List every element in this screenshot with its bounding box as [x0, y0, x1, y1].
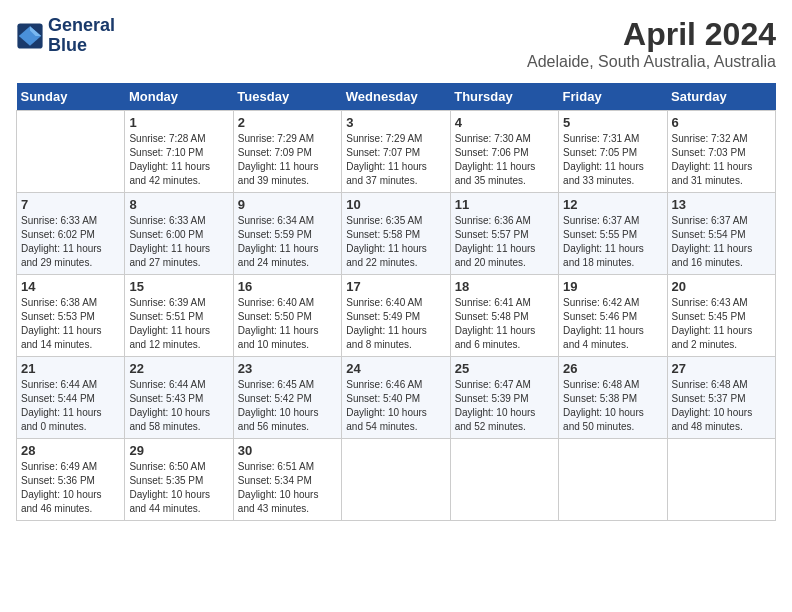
calendar-cell: 9Sunrise: 6:34 AMSunset: 5:59 PMDaylight…: [233, 193, 341, 275]
day-detail: Sunrise: 6:40 AMSunset: 5:50 PMDaylight:…: [238, 296, 337, 352]
calendar-body: 1Sunrise: 7:28 AMSunset: 7:10 PMDaylight…: [17, 111, 776, 521]
calendar-cell: [559, 439, 667, 521]
calendar-cell: [17, 111, 125, 193]
calendar-cell: 26Sunrise: 6:48 AMSunset: 5:38 PMDayligh…: [559, 357, 667, 439]
calendar-cell: 10Sunrise: 6:35 AMSunset: 5:58 PMDayligh…: [342, 193, 450, 275]
day-number: 9: [238, 197, 337, 212]
calendar-week: 21Sunrise: 6:44 AMSunset: 5:44 PMDayligh…: [17, 357, 776, 439]
calendar-cell: 20Sunrise: 6:43 AMSunset: 5:45 PMDayligh…: [667, 275, 775, 357]
day-detail: Sunrise: 6:44 AMSunset: 5:43 PMDaylight:…: [129, 378, 228, 434]
weekday-header: Wednesday: [342, 83, 450, 111]
calendar-cell: 17Sunrise: 6:40 AMSunset: 5:49 PMDayligh…: [342, 275, 450, 357]
calendar-cell: 7Sunrise: 6:33 AMSunset: 6:02 PMDaylight…: [17, 193, 125, 275]
calendar-title: April 2024: [527, 16, 776, 53]
day-number: 10: [346, 197, 445, 212]
calendar-cell: 1Sunrise: 7:28 AMSunset: 7:10 PMDaylight…: [125, 111, 233, 193]
calendar-cell: 28Sunrise: 6:49 AMSunset: 5:36 PMDayligh…: [17, 439, 125, 521]
header: General Blue April 2024 Adelaide, South …: [16, 16, 776, 71]
calendar-cell: 16Sunrise: 6:40 AMSunset: 5:50 PMDayligh…: [233, 275, 341, 357]
day-number: 6: [672, 115, 771, 130]
day-number: 7: [21, 197, 120, 212]
calendar-subtitle: Adelaide, South Australia, Australia: [527, 53, 776, 71]
day-number: 30: [238, 443, 337, 458]
calendar-cell: 3Sunrise: 7:29 AMSunset: 7:07 PMDaylight…: [342, 111, 450, 193]
day-detail: Sunrise: 6:47 AMSunset: 5:39 PMDaylight:…: [455, 378, 554, 434]
calendar-cell: 13Sunrise: 6:37 AMSunset: 5:54 PMDayligh…: [667, 193, 775, 275]
calendar-cell: 24Sunrise: 6:46 AMSunset: 5:40 PMDayligh…: [342, 357, 450, 439]
calendar-cell: 23Sunrise: 6:45 AMSunset: 5:42 PMDayligh…: [233, 357, 341, 439]
day-number: 18: [455, 279, 554, 294]
day-number: 1: [129, 115, 228, 130]
calendar-cell: 19Sunrise: 6:42 AMSunset: 5:46 PMDayligh…: [559, 275, 667, 357]
day-number: 4: [455, 115, 554, 130]
calendar-week: 14Sunrise: 6:38 AMSunset: 5:53 PMDayligh…: [17, 275, 776, 357]
day-detail: Sunrise: 6:43 AMSunset: 5:45 PMDaylight:…: [672, 296, 771, 352]
day-detail: Sunrise: 6:50 AMSunset: 5:35 PMDaylight:…: [129, 460, 228, 516]
day-number: 13: [672, 197, 771, 212]
day-number: 5: [563, 115, 662, 130]
day-detail: Sunrise: 6:44 AMSunset: 5:44 PMDaylight:…: [21, 378, 120, 434]
logo-line2: Blue: [48, 36, 115, 56]
calendar-cell: 8Sunrise: 6:33 AMSunset: 6:00 PMDaylight…: [125, 193, 233, 275]
calendar-cell: 30Sunrise: 6:51 AMSunset: 5:34 PMDayligh…: [233, 439, 341, 521]
day-number: 2: [238, 115, 337, 130]
weekday-header: Monday: [125, 83, 233, 111]
day-number: 29: [129, 443, 228, 458]
calendar-header: SundayMondayTuesdayWednesdayThursdayFrid…: [17, 83, 776, 111]
day-number: 24: [346, 361, 445, 376]
day-detail: Sunrise: 6:35 AMSunset: 5:58 PMDaylight:…: [346, 214, 445, 270]
day-detail: Sunrise: 6:41 AMSunset: 5:48 PMDaylight:…: [455, 296, 554, 352]
calendar-cell: 29Sunrise: 6:50 AMSunset: 5:35 PMDayligh…: [125, 439, 233, 521]
day-detail: Sunrise: 6:37 AMSunset: 5:54 PMDaylight:…: [672, 214, 771, 270]
day-number: 28: [21, 443, 120, 458]
day-detail: Sunrise: 7:31 AMSunset: 7:05 PMDaylight:…: [563, 132, 662, 188]
day-number: 20: [672, 279, 771, 294]
day-detail: Sunrise: 7:29 AMSunset: 7:09 PMDaylight:…: [238, 132, 337, 188]
logo-line1: General: [48, 16, 115, 36]
day-detail: Sunrise: 7:29 AMSunset: 7:07 PMDaylight:…: [346, 132, 445, 188]
weekday-row: SundayMondayTuesdayWednesdayThursdayFrid…: [17, 83, 776, 111]
day-number: 3: [346, 115, 445, 130]
day-detail: Sunrise: 7:32 AMSunset: 7:03 PMDaylight:…: [672, 132, 771, 188]
day-number: 12: [563, 197, 662, 212]
day-detail: Sunrise: 6:48 AMSunset: 5:37 PMDaylight:…: [672, 378, 771, 434]
day-detail: Sunrise: 6:48 AMSunset: 5:38 PMDaylight:…: [563, 378, 662, 434]
day-detail: Sunrise: 6:46 AMSunset: 5:40 PMDaylight:…: [346, 378, 445, 434]
day-number: 17: [346, 279, 445, 294]
day-detail: Sunrise: 7:30 AMSunset: 7:06 PMDaylight:…: [455, 132, 554, 188]
day-number: 15: [129, 279, 228, 294]
weekday-header: Thursday: [450, 83, 558, 111]
calendar-week: 1Sunrise: 7:28 AMSunset: 7:10 PMDaylight…: [17, 111, 776, 193]
day-detail: Sunrise: 6:36 AMSunset: 5:57 PMDaylight:…: [455, 214, 554, 270]
day-detail: Sunrise: 6:49 AMSunset: 5:36 PMDaylight:…: [21, 460, 120, 516]
day-detail: Sunrise: 6:40 AMSunset: 5:49 PMDaylight:…: [346, 296, 445, 352]
day-detail: Sunrise: 6:39 AMSunset: 5:51 PMDaylight:…: [129, 296, 228, 352]
title-area: April 2024 Adelaide, South Australia, Au…: [527, 16, 776, 71]
calendar-cell: 27Sunrise: 6:48 AMSunset: 5:37 PMDayligh…: [667, 357, 775, 439]
calendar-cell: 25Sunrise: 6:47 AMSunset: 5:39 PMDayligh…: [450, 357, 558, 439]
logo: General Blue: [16, 16, 115, 56]
calendar-cell: 18Sunrise: 6:41 AMSunset: 5:48 PMDayligh…: [450, 275, 558, 357]
calendar-cell: [342, 439, 450, 521]
day-detail: Sunrise: 6:45 AMSunset: 5:42 PMDaylight:…: [238, 378, 337, 434]
day-detail: Sunrise: 6:51 AMSunset: 5:34 PMDaylight:…: [238, 460, 337, 516]
calendar-week: 7Sunrise: 6:33 AMSunset: 6:02 PMDaylight…: [17, 193, 776, 275]
day-detail: Sunrise: 6:38 AMSunset: 5:53 PMDaylight:…: [21, 296, 120, 352]
day-number: 21: [21, 361, 120, 376]
weekday-header: Saturday: [667, 83, 775, 111]
calendar-cell: 2Sunrise: 7:29 AMSunset: 7:09 PMDaylight…: [233, 111, 341, 193]
calendar-cell: 6Sunrise: 7:32 AMSunset: 7:03 PMDaylight…: [667, 111, 775, 193]
day-number: 26: [563, 361, 662, 376]
calendar-cell: [667, 439, 775, 521]
day-number: 16: [238, 279, 337, 294]
calendar-table: SundayMondayTuesdayWednesdayThursdayFrid…: [16, 83, 776, 521]
day-number: 22: [129, 361, 228, 376]
day-number: 11: [455, 197, 554, 212]
weekday-header: Friday: [559, 83, 667, 111]
calendar-cell: 4Sunrise: 7:30 AMSunset: 7:06 PMDaylight…: [450, 111, 558, 193]
calendar-cell: 14Sunrise: 6:38 AMSunset: 5:53 PMDayligh…: [17, 275, 125, 357]
logo-icon: [16, 22, 44, 50]
weekday-header: Sunday: [17, 83, 125, 111]
calendar-cell: 5Sunrise: 7:31 AMSunset: 7:05 PMDaylight…: [559, 111, 667, 193]
day-detail: Sunrise: 6:33 AMSunset: 6:02 PMDaylight:…: [21, 214, 120, 270]
